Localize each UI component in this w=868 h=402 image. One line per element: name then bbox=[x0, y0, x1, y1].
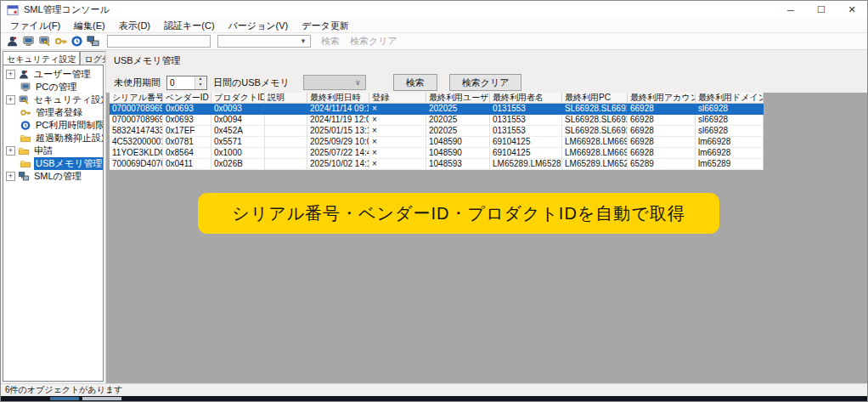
sidebar-item-label: ユーザー管理 bbox=[32, 68, 93, 81]
column-header-6[interactable]: 最終利用ユーザーID bbox=[426, 93, 490, 104]
column-header-3[interactable]: 説明 bbox=[265, 93, 307, 104]
table-cell: 0x452A bbox=[211, 126, 265, 137]
table-cell: × bbox=[369, 148, 426, 159]
toolbar-search-input[interactable] bbox=[107, 35, 211, 48]
menu-item-5[interactable]: データ更新 bbox=[295, 20, 356, 32]
table-cell bbox=[265, 104, 307, 115]
menu-bar: ファイル(F)編集(E)表示(D)認証キー(C)バージョン(V)データ更新 bbox=[1, 19, 867, 33]
menu-item-3[interactable]: 認証キー(C) bbox=[157, 20, 222, 32]
pc-icon[interactable] bbox=[22, 35, 35, 48]
table-cell: SL66928.SL66928 bbox=[562, 126, 628, 137]
table-row-4[interactable]: 11YOE3KLDCGG...0x85640x10002025/07/22 14… bbox=[110, 148, 764, 159]
table-cell bbox=[265, 126, 307, 137]
expand-icon[interactable]: + bbox=[6, 70, 15, 79]
period-input[interactable] bbox=[167, 76, 194, 89]
close-button[interactable]: ✕ bbox=[837, 1, 867, 19]
table-row-0[interactable]: 070007089695F2...0x06930x00932024/11/14 … bbox=[110, 104, 764, 115]
table-cell: 0x0693 bbox=[163, 115, 211, 126]
table-cell: × bbox=[369, 115, 426, 126]
stepper-down-icon[interactable]: ▼ bbox=[195, 82, 206, 89]
table-cell: 0x1000 bbox=[211, 148, 265, 159]
table-cell: × bbox=[369, 126, 426, 137]
table-cell: 1048590 bbox=[426, 148, 490, 159]
table-cell: LM66928.LM66928 bbox=[562, 148, 628, 159]
clock-icon[interactable] bbox=[70, 35, 83, 48]
table-row-1[interactable]: 070007089695F2...0x06930x00942024/11/19 … bbox=[110, 115, 764, 126]
page-title: USBメモリ管理 bbox=[114, 54, 867, 67]
menu-item-1[interactable]: 編集(E) bbox=[67, 20, 112, 32]
app-icon bbox=[7, 4, 19, 16]
sidebar-item-label: セキュリティ設定 bbox=[32, 93, 104, 106]
toolbar-search-combo[interactable]: ▼ bbox=[217, 35, 311, 48]
sidebar-item-2[interactable]: +セキュリティ設定 bbox=[3, 93, 103, 106]
table-cell: 070007089695F2... bbox=[110, 115, 163, 126]
usb-filter-combo[interactable]: ∨ bbox=[303, 75, 366, 90]
menu-item-2[interactable]: 表示(D) bbox=[112, 20, 157, 32]
expand-icon[interactable]: + bbox=[6, 146, 15, 156]
table-cell: 66928 bbox=[628, 115, 696, 126]
table-cell: 0x5571 bbox=[211, 137, 265, 148]
column-header-10[interactable]: 最終利用ドメイン bbox=[696, 93, 764, 104]
sidebar-item-5[interactable]: 超過勤務抑止設定 bbox=[3, 132, 103, 144]
table-cell: LM65289.LM65289 bbox=[490, 159, 562, 170]
table-row-3[interactable]: 4C532000001221...0x07810x55712025/09/29 … bbox=[110, 137, 764, 148]
main-panel: USBメモリ管理 未使用期間 ▲ ▼ 日間のUSBメモリ ∨ 検索 bbox=[105, 50, 867, 383]
sidebar-item-8[interactable]: +SMLの管理 bbox=[3, 170, 103, 183]
user-icon[interactable] bbox=[6, 35, 19, 48]
column-header-4[interactable]: 最終利用日時 bbox=[307, 93, 369, 104]
tab-0[interactable]: セキュリティ設定 bbox=[3, 51, 80, 65]
sidebar-item-1[interactable]: PCの管理 bbox=[3, 81, 103, 93]
toolbar-clear-button[interactable]: 検索クリア bbox=[350, 35, 397, 48]
maximize-button[interactable]: ☐ bbox=[806, 1, 837, 19]
key-icon bbox=[20, 107, 31, 118]
column-header-1[interactable]: ベンダーID bbox=[163, 93, 211, 104]
table-cell: 1048590 bbox=[426, 137, 490, 148]
toolbar-search-button[interactable]: 検索 bbox=[321, 35, 340, 48]
search-clear-button[interactable]: 検索クリア bbox=[449, 74, 522, 91]
table-cell bbox=[265, 115, 307, 126]
column-header-0[interactable]: シリアル番号 bbox=[110, 93, 163, 104]
table-cell: 2025/07/22 14:43:23 bbox=[307, 148, 369, 159]
table-cell: 070007089695F2... bbox=[110, 104, 163, 115]
taskbar-fragment bbox=[50, 397, 79, 400]
sidebar-item-6[interactable]: +申請 bbox=[3, 144, 103, 157]
column-header-2[interactable]: プロダクトID bbox=[211, 93, 265, 104]
taskbar-fragment bbox=[82, 397, 121, 400]
menu-item-0[interactable]: ファイル(F) bbox=[3, 20, 67, 32]
sidebar-item-label: 申請 bbox=[32, 144, 54, 157]
column-header-7[interactable]: 最終利用者名 bbox=[490, 93, 562, 104]
minimize-button[interactable]: ─ bbox=[775, 1, 806, 19]
expand-icon[interactable]: + bbox=[6, 95, 15, 105]
app-window: SML管理コンソール ─ ☐ ✕ ファイル(F)編集(E)表示(D)認証キー(C… bbox=[0, 0, 868, 402]
toolbar: ▼ 検索 検索クリア bbox=[1, 33, 867, 50]
table-row-5[interactable]: 700069D4070899...0x04110x026B2025/10/02 … bbox=[110, 159, 764, 170]
network-icon[interactable] bbox=[87, 35, 99, 48]
table-cell: 0x0094 bbox=[211, 115, 265, 126]
column-header-8[interactable]: 最終利用PC bbox=[562, 93, 628, 104]
key-icon[interactable] bbox=[54, 35, 67, 48]
table-cell: 202025 bbox=[426, 126, 490, 137]
table-cell: 0131553 bbox=[490, 126, 562, 137]
panel-header: USBメモリ管理 未使用期間 ▲ ▼ 日間のUSBメモリ ∨ 検索 bbox=[106, 50, 867, 93]
sidebar-item-0[interactable]: +ユーザー管理 bbox=[3, 68, 103, 81]
table-cell: sl66928 bbox=[696, 115, 764, 126]
table-cell: 700069D4070899... bbox=[110, 159, 163, 170]
security-icon[interactable] bbox=[38, 35, 51, 48]
table-cell: 0x0693 bbox=[163, 104, 211, 115]
expand-icon[interactable]: + bbox=[6, 172, 15, 181]
search-button[interactable]: 検索 bbox=[393, 74, 437, 91]
menu-item-4[interactable]: バージョン(V) bbox=[222, 20, 296, 32]
table-cell: 66928 bbox=[628, 126, 696, 137]
column-header-9[interactable]: 最終利用アカウント bbox=[628, 93, 696, 104]
annotation-callout: シリアル番号・ベンダーID・プロダクトIDを自動で取得 bbox=[198, 193, 719, 234]
status-bar: 6件のオブジェクトがあります bbox=[1, 383, 867, 396]
table-row-2[interactable]: 58324147433653...0x17EF0x452A2025/01/15 … bbox=[110, 126, 764, 137]
sidebar-item-7[interactable]: USBメモリ管理 bbox=[3, 157, 103, 170]
table-cell: 4C532000001221... bbox=[110, 137, 163, 148]
unit-label: 日間のUSBメモリ bbox=[213, 76, 290, 89]
table-cell: × bbox=[369, 137, 426, 148]
usb-table: シリアル番号ベンダーIDプロダクトID説明最終利用日時登録最終利用ユーザーID最… bbox=[110, 93, 764, 170]
sidebar-item-3[interactable]: 管理者登録 bbox=[3, 106, 103, 119]
sidebar-item-4[interactable]: PC利用時間制限設定 bbox=[3, 119, 103, 132]
column-header-5[interactable]: 登録 bbox=[369, 93, 426, 104]
